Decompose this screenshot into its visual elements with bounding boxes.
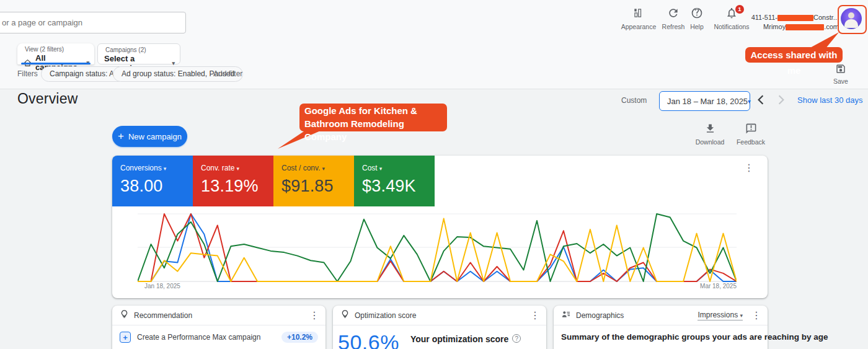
metric-value: 13.19% bbox=[201, 177, 273, 196]
chart-more-options-icon[interactable]: ⋮ bbox=[744, 163, 754, 173]
performance-max-icon: + bbox=[120, 332, 131, 343]
appearance-icon bbox=[632, 7, 645, 20]
refresh-icon bbox=[667, 7, 680, 20]
optimization-score-card: Optimization score ⋮ 50.6% Your optimiza… bbox=[333, 306, 546, 349]
more-options-icon[interactable]: ⋮ bbox=[530, 311, 540, 320]
metric-value: $3.49K bbox=[362, 177, 435, 196]
help-button[interactable]: Help bbox=[683, 7, 711, 30]
metric-card-cost[interactable]: Cost▾ $3.49K bbox=[354, 156, 435, 206]
save-icon bbox=[835, 66, 846, 76]
metric-value: $91.85 bbox=[281, 177, 354, 196]
filters-label: Filters bbox=[17, 69, 38, 78]
performance-line-chart bbox=[138, 208, 737, 283]
appearance-button[interactable]: Appearance bbox=[617, 7, 660, 30]
metric-label: Cost / conv. bbox=[281, 164, 320, 172]
metric-card-conv-rate[interactable]: Conv. rate▾ 13.19% bbox=[193, 156, 273, 206]
recommendation-card-header: Recommendation ⋮ bbox=[112, 306, 326, 325]
save-label: Save bbox=[828, 77, 853, 85]
date-range-picker[interactable]: Jan 18 – Mar 18, 2025 ▾ bbox=[659, 91, 750, 111]
demographics-icon bbox=[561, 309, 571, 322]
more-options-icon[interactable]: ⋮ bbox=[309, 311, 319, 320]
impressions-dropdown-value: Impressions bbox=[698, 311, 738, 319]
add-filter-button[interactable]: Add filter bbox=[213, 69, 242, 78]
recommendation-card-title: Recommendation bbox=[134, 311, 309, 320]
uplift-badge: +10.2% bbox=[281, 332, 318, 343]
recommendation-card: Recommendation ⋮ + Create a Performance … bbox=[112, 306, 326, 349]
chevron-down-icon: ▾ bbox=[322, 166, 325, 172]
metric-label: Conversions bbox=[120, 164, 162, 172]
previous-period-button[interactable] bbox=[756, 94, 765, 105]
chevron-down-icon: ▾ bbox=[164, 166, 167, 172]
appearance-label: Appearance bbox=[617, 23, 660, 30]
demographics-card-title: Demographics bbox=[576, 311, 698, 320]
optimization-card-title: Optimization score bbox=[355, 311, 530, 320]
metric-label: Cost bbox=[362, 164, 378, 172]
x-axis-end-label: Mar 18, 2025 bbox=[694, 283, 737, 289]
chevron-down-icon: ▾ bbox=[172, 60, 175, 66]
demographics-summary: Summary of the demographic groups your a… bbox=[554, 325, 768, 342]
new-campaign-label: New campaign bbox=[128, 132, 182, 141]
account-line1: 411-511-Constr... bbox=[747, 13, 839, 22]
performance-chart-card: Conversions▾ 38.00 Conv. rate▾ 13.19% Co… bbox=[112, 156, 768, 298]
new-campaign-button[interactable]: + New campaign bbox=[112, 126, 187, 147]
account-info[interactable]: 411-511-Constr... Mrimoy.com bbox=[747, 13, 839, 32]
metric-card-cost-per-conv[interactable]: Cost / conv.▾ $91.85 bbox=[273, 156, 354, 206]
custom-range-label: Custom bbox=[621, 96, 647, 105]
page-title: Overview bbox=[17, 91, 78, 107]
more-options-icon[interactable]: ⋮ bbox=[751, 311, 761, 320]
view-selector-label: View (2 filters) bbox=[17, 43, 94, 53]
optimization-score-label: Your optimization score bbox=[410, 334, 508, 344]
view-selector[interactable]: View (2 filters) All campaigns ▾ bbox=[17, 43, 94, 64]
download-button[interactable]: Download bbox=[692, 123, 728, 146]
next-period-button[interactable] bbox=[777, 94, 786, 105]
feedback-button[interactable]: Feedback bbox=[733, 123, 769, 146]
impressions-dropdown[interactable]: Impressions ▾ bbox=[698, 311, 743, 320]
help-icon bbox=[691, 7, 703, 20]
account-line2: Mrimoy.com bbox=[747, 22, 839, 32]
help-circle-icon[interactable]: ? bbox=[512, 334, 521, 343]
metric-card-conversions[interactable]: Conversions▾ 38.00 bbox=[112, 156, 193, 206]
download-icon bbox=[704, 126, 716, 136]
metric-label: Conv. rate bbox=[201, 164, 234, 172]
notifications-badge: 1 bbox=[735, 5, 744, 14]
feedback-label: Feedback bbox=[733, 138, 769, 146]
help-label: Help bbox=[683, 23, 711, 30]
recommendation-item[interactable]: + Create a Performance Max campaign +10.… bbox=[112, 325, 326, 343]
lightbulb-icon bbox=[120, 309, 129, 321]
search-input[interactable] bbox=[0, 12, 186, 33]
feedback-icon bbox=[745, 126, 757, 136]
metric-value: 38.00 bbox=[120, 177, 193, 196]
show-last-30-days-link[interactable]: Show last 30 days bbox=[797, 95, 863, 105]
plus-icon: + bbox=[118, 130, 124, 143]
download-label: Download bbox=[692, 138, 728, 146]
save-button[interactable]: Save bbox=[828, 63, 853, 85]
recommendation-text: Create a Performance Max campaign bbox=[137, 333, 281, 342]
campaign-selector[interactable]: Campaigns (2) Select a campaign ▾ bbox=[97, 43, 180, 64]
google-ads-overview-page: Appearance Refresh Help 1 Notifications … bbox=[0, 0, 868, 349]
view-selected-underline bbox=[21, 63, 91, 64]
x-axis-start-label: Jan 18, 2025 bbox=[144, 283, 180, 289]
chevron-down-icon: ▾ bbox=[236, 166, 239, 172]
demographics-card: Demographics Impressions ▾ ⋮ Summary of … bbox=[554, 306, 768, 349]
redaction-bar bbox=[786, 24, 824, 30]
campaign-note-annotation: Google Ads for Kitchen & Bathroom Remode… bbox=[299, 104, 447, 131]
demographics-card-header: Demographics Impressions ▾ ⋮ bbox=[554, 306, 768, 325]
chevron-down-icon: ▾ bbox=[379, 166, 383, 172]
optimization-score-row: 50.6% Your optimization score ? bbox=[333, 325, 546, 349]
optimization-card-header: Optimization score ⋮ bbox=[333, 306, 546, 325]
lightbulb-icon bbox=[340, 309, 350, 321]
date-range-value: Jan 18 – Mar 18, 2025 bbox=[667, 97, 748, 106]
notifications-button[interactable]: 1 Notifications bbox=[713, 7, 750, 30]
access-shared-annotation: Access shared with me bbox=[745, 47, 843, 63]
avatar-highlight-box bbox=[838, 5, 867, 34]
chevron-down-icon: ▾ bbox=[740, 312, 743, 319]
redaction-bar bbox=[777, 15, 813, 21]
campaign-selector-label: Campaigns (2) bbox=[98, 44, 180, 53]
chevron-down-icon: ▾ bbox=[748, 98, 751, 105]
notifications-label: Notifications bbox=[713, 23, 750, 30]
optimization-score-value: 50.6% bbox=[338, 330, 399, 349]
